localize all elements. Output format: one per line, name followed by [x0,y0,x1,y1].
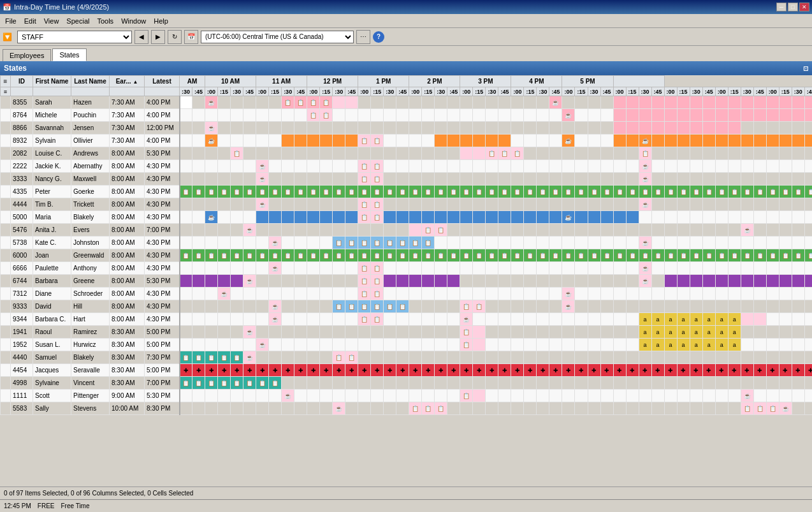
time-slot-cell[interactable] [651,135,664,147]
time-slot-cell[interactable]: 📋 [473,186,486,198]
time-slot-cell[interactable] [498,275,511,288]
time-slot-cell[interactable] [231,402,243,415]
time-slot-cell[interactable] [498,135,511,147]
time-slot-cell[interactable] [473,262,486,275]
time-slot-cell[interactable] [613,390,626,402]
time-slot-cell[interactable] [447,147,460,160]
time-slot-cell[interactable] [333,135,345,147]
table-row[interactable]: 3333Nancy G.Maxwell8:00 AM4:30 PM☕📋📋☕ [1,173,813,186]
time-slot-cell[interactable] [779,122,792,135]
time-slot-cell[interactable] [600,211,613,224]
time-slot-cell[interactable] [396,339,409,351]
time-slot-cell[interactable] [243,262,256,275]
time-slot-cell[interactable] [192,160,205,173]
menu-help[interactable]: Help [150,16,172,26]
time-slot-cell[interactable] [600,313,613,326]
time-slot-cell[interactable] [498,109,511,122]
time-slot-cell[interactable] [690,198,702,211]
time-slot-cell[interactable] [231,300,243,313]
time-slot-cell[interactable]: 📋 [715,186,728,198]
time-slot-cell[interactable] [231,160,243,173]
time-slot-cell[interactable] [537,288,549,300]
time-slot-cell[interactable] [409,173,422,186]
time-slot-cell[interactable] [384,275,396,288]
time-slot-cell[interactable]: 📋 [473,249,486,262]
time-slot-cell[interactable]: 📋 [294,249,307,262]
time-slot-cell[interactable]: ✚ [600,364,613,377]
time-slot-cell[interactable] [549,109,562,122]
time-slot-cell[interactable]: a [677,326,690,339]
time-slot-cell[interactable]: 📋 [358,198,371,211]
time-slot-cell[interactable] [639,300,651,313]
time-slot-cell[interactable] [766,351,779,364]
time-slot-cell[interactable] [562,160,575,173]
time-slot-cell[interactable] [677,288,690,300]
time-slot-cell[interactable] [256,122,269,135]
table-row[interactable]: 7312DianeSchroeder8:00 AM4:30 PM☕📋📋☕ [1,288,813,300]
time-slot-cell[interactable] [613,237,626,249]
time-slot-cell[interactable] [664,211,677,224]
time-slot-cell[interactable] [613,224,626,237]
time-slot-cell[interactable] [384,313,396,326]
time-slot-cell[interactable] [435,237,447,249]
time-slot-cell[interactable]: 📋 [358,249,371,262]
time-slot-cell[interactable] [677,173,690,186]
time-slot-cell[interactable] [702,96,715,109]
time-slot-cell[interactable] [218,313,231,326]
time-slot-cell[interactable] [180,135,192,147]
time-slot-cell[interactable]: a [664,313,677,326]
row-select-cell[interactable] [1,402,11,415]
time-slot-cell[interactable]: 📋 [639,147,651,160]
time-slot-cell[interactable] [575,288,588,300]
time-slot-cell[interactable] [422,288,435,300]
time-slot-cell[interactable] [409,262,422,275]
time-slot-cell[interactable] [320,198,333,211]
time-slot-cell[interactable] [460,275,473,288]
tab-states[interactable]: States [52,48,86,61]
time-slot-cell[interactable] [294,122,307,135]
time-slot-cell[interactable] [600,198,613,211]
time-slot-cell[interactable] [677,351,690,364]
time-slot-cell[interactable] [639,288,651,300]
time-slot-cell[interactable] [396,147,409,160]
time-slot-cell[interactable] [753,326,766,339]
time-slot-cell[interactable] [753,300,766,313]
time-slot-cell[interactable] [345,288,358,300]
time-slot-cell[interactable] [460,402,473,415]
time-slot-cell[interactable]: ✚ [333,364,345,377]
timezone-dropdown[interactable]: (UTC-06:00) Central Time (US & Canada) [201,31,354,43]
time-slot-cell[interactable] [792,173,804,186]
time-slot-cell[interactable]: 📋 [549,186,562,198]
time-slot-cell[interactable] [766,390,779,402]
time-slot-cell[interactable] [613,326,626,339]
time-slot-cell[interactable] [549,339,562,351]
time-slot-cell[interactable] [613,122,626,135]
time-slot-cell[interactable] [294,173,307,186]
time-slot-cell[interactable]: 📋 [639,249,651,262]
table-row[interactable]: 5583SallyStevens10:00 AM8:30 PM☕📋📋📋📋📋📋☕ [1,402,813,415]
table-row[interactable]: 4444Tim B.Trickett8:00 AM4:30 PM☕📋📋☕ [1,198,813,211]
time-slot-cell[interactable] [741,147,753,160]
time-slot-cell[interactable] [588,402,600,415]
time-slot-cell[interactable]: 📋 [358,300,371,313]
time-slot-cell[interactable] [741,198,753,211]
time-slot-cell[interactable]: ✚ [371,364,384,377]
time-slot-cell[interactable] [435,173,447,186]
time-slot-cell[interactable] [180,390,192,402]
time-slot-cell[interactable] [537,224,549,237]
time-slot-cell[interactable] [294,109,307,122]
time-slot-cell[interactable] [384,109,396,122]
time-slot-cell[interactable] [460,224,473,237]
nav-next-button[interactable]: ▶ [151,30,165,44]
time-slot-cell[interactable] [460,211,473,224]
time-slot-cell[interactable] [447,402,460,415]
time-slot-cell[interactable]: 📋 [804,249,812,262]
time-slot-cell[interactable] [422,313,435,326]
time-slot-cell[interactable] [651,377,664,390]
time-slot-cell[interactable] [358,351,371,364]
time-slot-cell[interactable] [498,390,511,402]
time-slot-cell[interactable]: 📋 [320,186,333,198]
time-slot-cell[interactable] [511,390,524,402]
time-slot-cell[interactable] [498,198,511,211]
time-slot-cell[interactable]: ✚ [231,364,243,377]
